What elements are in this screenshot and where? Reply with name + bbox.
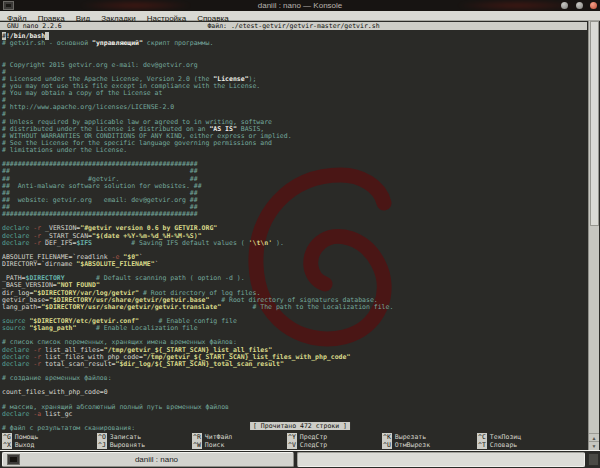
terminal-viewport[interactable]: GNU nano 2.2.6 Файл: ./etest-getvir/getv… <box>0 21 600 450</box>
shortcut-ctrl-K: ^KВырезать <box>382 433 477 441</box>
shortcut-ctrl-U: ^UОтмВырезк <box>382 441 477 449</box>
editor-line: count_files_with_php_code=0 <box>2 389 586 396</box>
editor-line: # Copyright 2015 getvir.org e-mail: dev@… <box>2 62 586 69</box>
editor-line: ########################################… <box>2 211 586 218</box>
editor-line: DIRECTORY=`dirname "$ABSOLUTE_FILENAME"` <box>2 261 586 268</box>
window-buttons <box>558 2 597 11</box>
scrollbar[interactable]: ▲ ▼ <box>588 21 599 450</box>
editor-line: # getvir.sh - основной "управляющий" скр… <box>2 40 586 47</box>
shortcut-ctrl-O: ^OЗаписать <box>97 433 192 441</box>
editor-line: # You may obtain a copy of the License a… <box>2 90 586 97</box>
scroll-down-arrow[interactable]: ▼ <box>589 441 599 450</box>
editor-line: # массив, хранящий абсолютный полный пут… <box>2 404 586 411</box>
nano-filename: Файл: ./etest-getvir/getvir-master/getvi… <box>0 22 587 30</box>
nano-status-message: [ Прочитано 472 строки ] <box>250 422 350 430</box>
shortcut-ctrl-X: ^XВыход <box>2 441 97 449</box>
editor-line: declare -r DEF_IFS=$IFS # Saving IFS def… <box>2 240 586 247</box>
window-titlebar: daniil : nano — Konsole <box>0 0 600 11</box>
shortcut-ctrl-V: ^VСледСтр <box>287 441 382 449</box>
window-title: daniil : nano — Konsole <box>0 0 600 11</box>
taskbar-empty-panel <box>297 452 585 467</box>
close-button[interactable] <box>590 2 597 9</box>
nano-shortcuts-row1: ^GПомощь^OЗаписать^RЧитФайл^YПредСтр^KВы… <box>2 433 586 441</box>
editor-line: # http://www.apache.org/licenses/LICENSE… <box>2 104 586 111</box>
konsole-window: daniil : nano — Konsole ФайлПравкаВидЗак… <box>0 0 600 468</box>
nano-header: GNU nano 2.2.6 Файл: ./etest-getvir/getv… <box>0 22 587 30</box>
shortcut-ctrl-T: ^TСловарь <box>477 441 572 449</box>
shortcut-ctrl-G: ^GПомощь <box>2 433 97 441</box>
editor-line: declare -r total_scan_result="$dir_log/$… <box>2 361 586 368</box>
scrollbar-thumb[interactable] <box>590 21 599 226</box>
editor-line: lang_path="$DIRECTORY/usr/share/getvir/g… <box>2 304 586 311</box>
editor-lines[interactable]: #!/bin/bash # getvir.sh - основной "упра… <box>2 33 586 432</box>
shortcut-ctrl-Y: ^YПредСтр <box>287 433 382 441</box>
shortcut-ctrl-C: ^CТекПозиц <box>477 433 572 441</box>
tray-widget[interactable] <box>588 453 599 466</box>
editor-line: source "$lang_path" # Enable Localizatio… <box>2 325 586 332</box>
terminal-icon <box>7 454 20 465</box>
task-button[interactable]: daniil : nano <box>2 452 294 467</box>
taskbar: daniil : nano <box>0 450 600 468</box>
minimize-button[interactable] <box>561 2 568 9</box>
shortcut-ctrl-W: ^WПоиск <box>192 441 287 449</box>
shortcut-ctrl-J: ^JВыровнять <box>97 441 192 449</box>
shortcut-ctrl-R: ^RЧитФайл <box>192 433 287 441</box>
menu-bar: ФайлПравкаВидЗакладкиНастройкаСправка <box>0 11 600 21</box>
editor-line <box>2 47 586 54</box>
editor-line: # создание временных файлов: <box>2 375 586 382</box>
editor-line: declare -a list_gc <box>2 411 586 418</box>
task-label: daniil : nano <box>20 455 293 464</box>
maximize-button[interactable] <box>576 2 583 9</box>
editor-line: # limitations under the License. <box>2 147 586 154</box>
nano-shortcuts-row2: ^XВыход^JВыровнять^WПоиск^VСледСтр^UОтмВ… <box>2 441 586 449</box>
